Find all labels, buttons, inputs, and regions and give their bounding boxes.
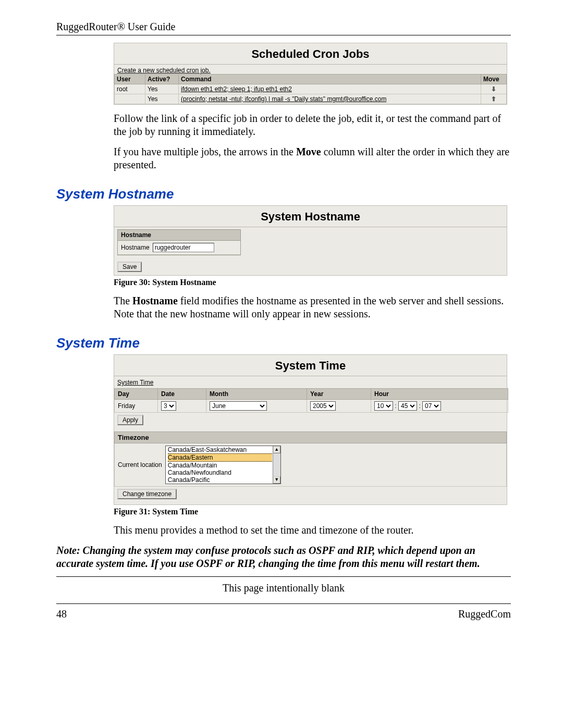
cron-table: User Active? Command Move root Yes ifdow… [114, 74, 507, 104]
hostname-group: Hostname Hostname [117, 229, 241, 255]
cron-command-link[interactable]: (procinfo; netstat -ntul; ifconfig) | ma… [181, 95, 386, 103]
time-table: Day Date Month Year Hour Friday 3 June [114, 388, 508, 413]
paragraph: If you have multiple jobs, the arrows in… [114, 145, 511, 171]
system-time-panel: System Time System Time Day Date Month Y… [114, 354, 507, 505]
tz-option-selected[interactable]: Canada/Eastern [168, 453, 272, 462]
divider [56, 35, 511, 35]
table-row: root Yes ifdown eth1 eth2; sleep 1; ifup… [115, 84, 507, 94]
cell-user: root [115, 84, 145, 94]
section-heading-time: System Time [56, 335, 511, 351]
col-month: Month [206, 389, 307, 400]
timezone-header: Timezone [114, 431, 507, 443]
cron-command-link[interactable]: ifdown eth1 eth2; sleep 1; ifup eth1 eth… [181, 85, 292, 93]
apply-button[interactable]: Apply [117, 415, 143, 425]
move-up-icon[interactable]: ⬆ [481, 94, 507, 104]
col-move: Move [481, 75, 507, 84]
cron-jobs-panel: Scheduled Cron Jobs Create a new schedul… [114, 43, 507, 105]
col-command: Command [179, 75, 481, 84]
col-year: Year [307, 389, 371, 400]
col-hour: Hour [371, 389, 508, 400]
figure-caption: Figure 31: System Time [114, 507, 511, 516]
scrollbar[interactable]: ▲ ▼ [273, 446, 280, 484]
cron-title: Scheduled Cron Jobs [114, 43, 507, 64]
hostname-panel: System Hostname Hostname Hostname Save [114, 205, 507, 276]
timezone-body: Current location Canada/East-Saskatchewa… [114, 443, 507, 487]
create-cron-link[interactable]: Create a new scheduled cron job. [117, 67, 211, 74]
day-value: Friday [115, 400, 158, 413]
divider [56, 576, 511, 577]
paragraph: This menu provides a method to set the t… [114, 524, 511, 537]
tz-option[interactable]: Canada/Pacific [168, 476, 272, 484]
hostname-group-header: Hostname [118, 230, 240, 241]
hour-select[interactable]: 10 [374, 401, 393, 411]
scroll-down-icon[interactable]: ▼ [273, 476, 280, 484]
col-day: Day [115, 389, 158, 400]
timezone-label: Current location [118, 461, 162, 468]
col-date: Date [158, 389, 206, 400]
section-heading-hostname: System Hostname [56, 186, 511, 202]
move-down-icon[interactable]: ⬇ [481, 84, 507, 94]
table-row: Yes (procinfo; netstat -ntul; ifconfig) … [115, 94, 507, 104]
scroll-up-icon[interactable]: ▲ [273, 446, 280, 453]
minute-select[interactable]: 45 [398, 401, 417, 411]
second-select[interactable]: 07 [422, 401, 441, 411]
paragraph: The Hostname field modifies the hostname… [114, 294, 511, 320]
hostname-label: Hostname [121, 244, 150, 251]
page-number: 48 [56, 608, 67, 620]
page-footer: 48 RuggedCom [56, 608, 511, 620]
paragraph: Follow the link of a specific job in ord… [114, 112, 511, 138]
system-time-link[interactable]: System Time [117, 379, 153, 386]
divider [56, 603, 511, 604]
divider [114, 227, 507, 227]
cell-active: Yes [145, 94, 179, 104]
change-timezone-button[interactable]: Change timezone [117, 489, 177, 499]
time-row: Friday 3 June 2005 10 : 45 : [115, 400, 508, 413]
date-select[interactable]: 3 [161, 401, 176, 411]
time-ui-title: System Time [114, 355, 507, 376]
month-select[interactable]: June [210, 401, 267, 411]
company-name: RuggedCom [458, 608, 511, 620]
hostname-ui-title: System Hostname [114, 206, 507, 227]
col-active: Active? [145, 75, 179, 84]
note-paragraph: Note: Changing the system may confuse pr… [56, 544, 511, 570]
blank-page-text: This page intentionally blank [56, 582, 511, 594]
hostname-input[interactable] [153, 243, 214, 252]
cell-user [115, 94, 145, 104]
page-header: RuggedRouter® User Guide [56, 21, 511, 33]
year-select[interactable]: 2005 [310, 401, 336, 411]
save-button[interactable]: Save [117, 262, 142, 272]
col-user: User [115, 75, 145, 84]
cell-active: Yes [145, 84, 179, 94]
figure-caption: Figure 30: System Hostname [114, 278, 511, 287]
tz-option[interactable]: Canada/Newfoundland [168, 469, 272, 476]
tz-option[interactable]: Canada/Mountain [168, 462, 272, 469]
tz-option[interactable]: Canada/East-Saskatchewan [168, 446, 272, 453]
timezone-select[interactable]: Canada/East-Saskatchewan Canada/Eastern … [165, 446, 281, 484]
